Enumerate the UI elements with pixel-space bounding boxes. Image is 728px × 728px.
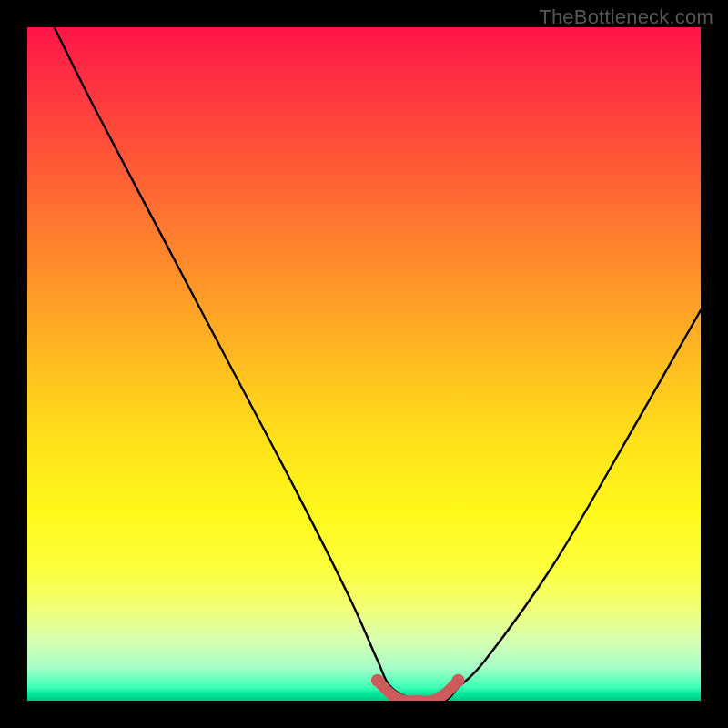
- bottleneck-curve-path: [55, 27, 701, 701]
- chart-plot-area: [27, 27, 701, 701]
- chart-svg: [27, 27, 701, 701]
- band-dot: [371, 674, 384, 687]
- band-dot: [452, 674, 465, 687]
- watermark-text: TheBottleneck.com: [539, 5, 713, 29]
- minimum-band-path: [378, 681, 459, 701]
